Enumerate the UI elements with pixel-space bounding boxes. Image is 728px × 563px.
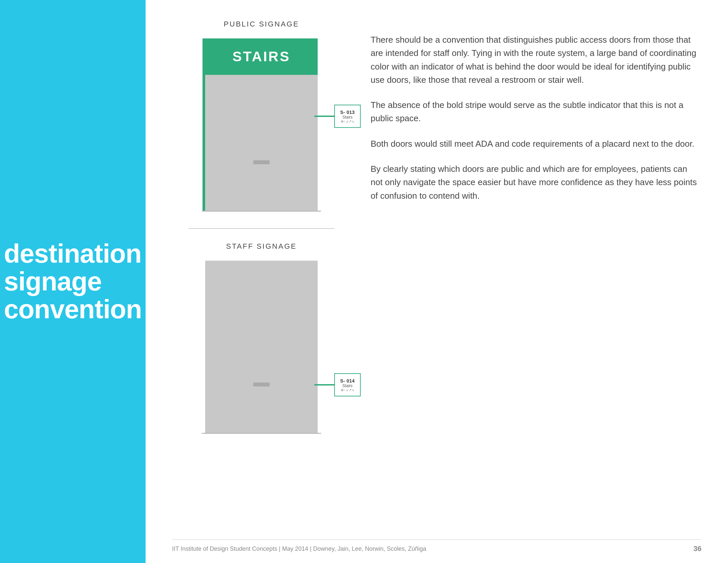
staff-placard-wrapper: S- 014 Stairs ⊕↑ ↙↗↘ xyxy=(314,373,361,397)
left-panel: destination signage convention xyxy=(0,0,146,563)
body-paragraph-4: By clearly stating which doors are publi… xyxy=(371,162,702,202)
diagrams-column: PUBLIC SIGNAGE STAIRS xyxy=(172,13,351,563)
staff-placard-name: Stairs xyxy=(342,384,353,388)
public-door-threshold xyxy=(202,211,321,211)
public-placard-sign: S- 013 Stairs ⊕↑ ↙↗↘ xyxy=(334,105,361,128)
title-line3: convention xyxy=(4,295,142,324)
staff-door-handle xyxy=(253,383,270,387)
staff-section-label: STAFF SIGNAGE xyxy=(226,242,296,251)
public-placard-sub: ⊕↑ ↙↗↘ xyxy=(341,119,354,123)
public-door-wrapper: STAIRS S- 013 Stairs ⊕↑ ↙↗↘ xyxy=(202,38,321,211)
staff-placard-line xyxy=(314,384,334,386)
public-placard-id: S- 013 xyxy=(340,110,355,115)
title-line1: destination xyxy=(4,239,142,268)
public-placard-wrapper: S- 013 Stairs ⊕↑ ↙↗↘ xyxy=(314,105,361,128)
text-column: There should be a convention that distin… xyxy=(351,13,728,563)
public-door-section: PUBLIC SIGNAGE STAIRS xyxy=(172,20,351,211)
staff-door-frame xyxy=(205,260,318,433)
footer-credits: IIT Institute of Design Student Concepts… xyxy=(172,545,426,552)
section-divider xyxy=(189,228,334,229)
title-line2: signage xyxy=(4,266,102,296)
public-section-label: PUBLIC SIGNAGE xyxy=(224,20,299,28)
right-panel: PUBLIC SIGNAGE STAIRS xyxy=(146,0,728,563)
body-paragraph-2: The absence of the bold stripe would ser… xyxy=(371,98,702,125)
public-door-banner: STAIRS xyxy=(205,38,318,75)
staff-door-wrapper: S- 014 Stairs ⊕↑ ↙↗↘ xyxy=(202,260,321,434)
body-paragraph-1: There should be a convention that distin… xyxy=(371,33,702,86)
public-door-handle xyxy=(253,160,270,164)
public-banner-text: STAIRS xyxy=(233,49,291,65)
staff-placard-id: S- 014 xyxy=(340,378,355,384)
footer-page-number: 36 xyxy=(694,544,702,553)
staff-placard-sign: S- 014 Stairs ⊕↑ ↙↗↘ xyxy=(334,373,361,397)
footer: IIT Institute of Design Student Concepts… xyxy=(172,540,702,553)
public-placard-name: Stairs xyxy=(342,115,353,119)
page-title: destination signage convention xyxy=(4,240,142,323)
staff-placard-sub: ⊕↑ ↙↗↘ xyxy=(341,388,354,392)
public-door-frame: STAIRS xyxy=(205,38,318,211)
body-paragraph-3: Both doors would still meet ADA and code… xyxy=(371,137,702,150)
staff-door-section: STAFF SIGNAGE S- 014 Stairs ⊕↑ ↙↗↘ xyxy=(172,242,351,434)
staff-door-threshold xyxy=(202,433,321,434)
public-placard-line xyxy=(314,116,334,117)
